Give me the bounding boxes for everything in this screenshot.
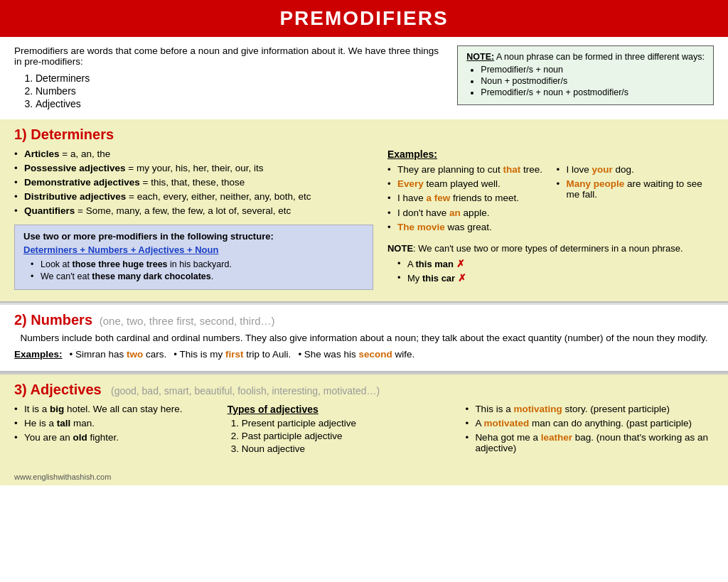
section-2-title-sub: (one, two, three first, second, third…)	[97, 315, 275, 327]
intro-item-1: Determiners	[36, 72, 443, 84]
det-note-text: NOTE: We can't use two or more types of …	[387, 243, 714, 254]
ex-r-1: I love your dog.	[556, 164, 714, 175]
intro-text-block: Premodifiers are words that come before …	[14, 45, 443, 111]
section-2-title-main: 2) Numbers	[14, 312, 92, 328]
det-item-3: Demonstrative adjectives = this, that, t…	[14, 177, 373, 188]
section-2-body: Numbers include both cardinal and ordina…	[14, 333, 714, 343]
ex-l-4: I don't have an apple.	[387, 208, 545, 218]
note-bullet-2: Noun + postmodifier/s	[481, 76, 705, 86]
struct-ex-1: Look at those three huge trees in his ba…	[31, 259, 364, 269]
section-1-left: Articles = a, an, the Possessive adjecti…	[14, 149, 373, 290]
intro-note-box: NOTE: A noun phrase can be formed in thr…	[457, 45, 714, 105]
examples-left-list: They are planning to cut that tree. Ever…	[387, 164, 545, 232]
page-title: PREMODIFIERS	[0, 0, 728, 37]
det-item-1: Articles = a, an, the	[14, 149, 373, 159]
section-2-ex-3: • She was his second wife.	[298, 349, 414, 360]
examples-label: Examples:	[387, 149, 714, 160]
section-3-body: It is a big hotel. We all can stay here.…	[14, 404, 714, 457]
wrong-ex-1: A this man ✗	[397, 258, 714, 269]
det-item-4: Distributive adjectives = each, every, e…	[14, 191, 373, 202]
structure-box: Use two or more pre-modifiers in the fol…	[14, 225, 373, 290]
section-1: 1) Determiners Articles = a, an, the Pos…	[0, 119, 728, 301]
type-item-2: Past participle adjective	[242, 431, 451, 441]
section-2-ex-1: • Simran has two cars.	[70, 349, 167, 360]
structure-formula: Determiners + Numbers + Adjectives + Nou…	[23, 244, 364, 255]
det-item-5: Quantifiers = Some, many, a few, the few…	[14, 205, 373, 216]
ex-r-2: Many people are waiting to see me fall.	[556, 178, 714, 200]
ex-l-1: They are planning to cut that tree.	[387, 164, 545, 175]
adj-r-3: Neha got me a leather bag. (noun that's …	[465, 432, 714, 453]
intro-section: Premodifiers are words that come before …	[0, 37, 728, 119]
intro-list: Determiners Numbers Adjectives	[14, 72, 443, 109]
section-1-right: Examples: They are planning to cut that …	[387, 149, 714, 290]
adj-l-3: You are an old fighter.	[14, 432, 213, 443]
section-2-ex-2: • This is my first trip to Auli.	[173, 349, 291, 360]
intro-text: Premodifiers are words that come before …	[14, 45, 443, 67]
footer: www.englishwithashish.com	[0, 468, 728, 485]
wrong-ex-2: My this car ✗	[397, 272, 714, 284]
section-2-title: 2) Numbers (one, two, three first, secon…	[14, 312, 714, 328]
intro-item-3: Adjectives	[36, 98, 443, 109]
section-1-body: Articles = a, an, the Possessive adjecti…	[14, 149, 714, 290]
section-3-left: It is a big hotel. We all can stay here.…	[14, 404, 213, 457]
section-1-title: 1) Determiners	[14, 126, 714, 143]
structure-title: Use two or more pre-modifiers in the fol…	[23, 231, 364, 242]
adj-r-1: This is a motivating story. (present par…	[465, 404, 714, 414]
note-label: NOTE: A noun phrase can be formed in thr…	[466, 52, 705, 62]
section-3-title-main: 3) Adjectives	[14, 382, 102, 397]
adj-l-2: He is a tall man.	[14, 418, 213, 429]
struct-ex-2: We can't eat these many dark chocolates.	[31, 271, 364, 281]
adj-right-list: This is a motivating story. (present par…	[465, 404, 714, 453]
type-item-1: Present participle adjective	[242, 418, 451, 429]
note-bullet-1: Premodifier/s + noun	[481, 65, 705, 75]
types-title: Types of adjectives	[228, 404, 451, 415]
section-3-title: 3) Adjectives (good, bad, smart, beautif…	[14, 382, 714, 398]
adj-l-1: It is a big hotel. We all can stay here.	[14, 404, 213, 414]
section-2: 2) Numbers (one, two, three first, secon…	[0, 303, 728, 371]
section-3: 3) Adjectives (good, bad, smart, beautif…	[0, 372, 728, 468]
examples-col-right: I love your dog. Many people are waiting…	[556, 164, 714, 236]
intro-item-2: Numbers	[36, 85, 443, 97]
adj-r-2: A motivated man can do anything. (past p…	[465, 418, 714, 429]
det-item-2: Possessive adjectives = my your, his, he…	[14, 163, 373, 173]
type-item-3: Noun adjective	[242, 443, 451, 454]
examples-col-left: They are planning to cut that tree. Ever…	[387, 164, 545, 236]
section-3-mid: Types of adjectives Present participle a…	[228, 404, 451, 457]
ex-l-2: Every team played well.	[387, 178, 545, 189]
ex-l-5: The movie was great.	[387, 222, 545, 232]
examples-columns: They are planning to cut that tree. Ever…	[387, 164, 714, 236]
structure-examples: Look at those three huge trees in his ba…	[23, 259, 364, 281]
adj-left-list: It is a big hotel. We all can stay here.…	[14, 404, 213, 443]
determiners-list: Articles = a, an, the Possessive adjecti…	[14, 149, 373, 216]
ex-l-3: I have a few friends to meet.	[387, 193, 545, 203]
types-list: Present participle adjective Past partic…	[228, 418, 451, 454]
section-3-right: This is a motivating story. (present par…	[465, 404, 714, 457]
note-bullets: Premodifier/s + noun Noun + postmodifier…	[466, 65, 705, 97]
note-bullet-3: Premodifier/s + noun + postmodifier/s	[481, 87, 705, 97]
examples-right-list: I love your dog. Many people are waiting…	[556, 164, 714, 200]
section-3-title-sub: (good, bad, smart, beautiful, foolish, i…	[105, 385, 380, 397]
section-2-examples: Examples: • Simran has two cars. • This …	[14, 349, 714, 360]
wrong-examples-list: A this man ✗ My this car ✗	[387, 258, 714, 284]
section-2-examples-label: Examples:	[14, 349, 63, 360]
